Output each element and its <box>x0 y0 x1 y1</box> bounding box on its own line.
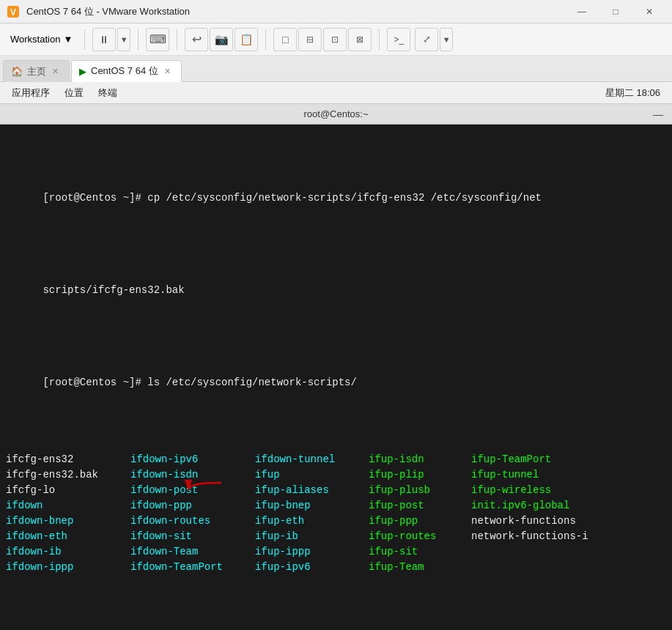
snapshot-controls: ↩ 📷 📋 <box>185 28 258 51</box>
terminal-file-row-3: ifcfg-lo ifdown-post ifup-aliases ifup-p… <box>6 483 666 498</box>
fullscreen-icon: ⊡ <box>331 34 339 45</box>
tab-centos[interactable]: ▶ CentOS 7 64 位 ✕ <box>71 60 182 82</box>
vm-menubar: 应用程序 位置 终端 星期二 18:06 <box>0 82 672 104</box>
window-controls: — □ ✕ <box>565 1 666 23</box>
terminal-file-row-7: ifdown-ib ifdown-Team ifup-ippp ifup-sit <box>6 544 666 560</box>
vm-menu-apps[interactable]: 应用程序 <box>6 84 56 103</box>
expand-controls: ⤢ ▼ <box>415 28 453 51</box>
terminal-prompt-line: [root@Centos ~]# S█ <box>6 621 666 630</box>
terminal-body[interactable]: [root@Centos ~]# cp /etc/sysconfig/netwo… <box>0 125 672 630</box>
terminal-titlebar: root@Centos:~ — <box>0 104 672 125</box>
home-icon: 🏠 <box>11 66 23 77</box>
vm-menu-terminal[interactable]: 终端 <box>92 84 123 103</box>
vm-menu-places[interactable]: 位置 <box>59 84 89 103</box>
console-view-button[interactable]: >_ <box>387 28 410 51</box>
tab-centos-close[interactable]: ✕ <box>163 65 172 78</box>
camera-icon: 📷 <box>215 33 229 46</box>
terminal-line-1: [root@Centos ~]# cp /etc/sysconfig/netwo… <box>6 175 666 221</box>
keyboard-icon: ⌨ <box>149 32 166 46</box>
terminal-file-row-6: ifdown-eth ifdown-sit ifup-ib ifup-route… <box>6 529 666 544</box>
tabs-bar: 🏠 主页 ✕ ▶ CentOS 7 64 位 ✕ <box>0 56 672 82</box>
minimize-button[interactable]: — <box>565 1 599 23</box>
terminal-file-row-5: ifdown-bnep ifdown-routes ifup-eth ifup-… <box>6 514 666 529</box>
unity-icon: ⊟ <box>306 34 314 45</box>
workstation-dropdown-icon: ▼ <box>63 34 73 45</box>
window-title: CentOS 7 64 位 - VMware Workstation <box>26 5 559 18</box>
toolbar-separator-5 <box>379 29 380 50</box>
tab-home-label: 主页 <box>27 65 46 78</box>
workstation-menu-button[interactable]: Workstation ▼ <box>6 31 77 48</box>
maximize-button[interactable]: □ <box>599 1 632 23</box>
terminal-file-row-2: ifcfg-ens32.bak ifdown-isdn ifup ifup-pl… <box>6 467 666 483</box>
vm-menu-left: 应用程序 位置 终端 <box>6 84 123 103</box>
terminal-file-row-1: ifcfg-ens32 ifdown-ipv6 ifdown-tunnel if… <box>6 452 666 467</box>
titlebar: V CentOS 7 64 位 - VMware Workstation — □… <box>0 0 672 23</box>
tab-centos-label: CentOS 7 64 位 <box>91 64 158 78</box>
terminal-minimize-button[interactable]: — <box>653 108 663 120</box>
revert-snapshot-button[interactable]: ↩ <box>185 28 208 51</box>
workstation-label: Workstation <box>10 34 60 45</box>
svg-text:V: V <box>10 7 16 18</box>
pause-button[interactable]: ⏸ <box>92 28 116 51</box>
toolbar-separator-2 <box>138 29 139 50</box>
vm-play-icon: ▶ <box>79 66 86 77</box>
terminal-title: root@Centos:~ <box>304 108 369 119</box>
close-button[interactable]: ✕ <box>632 1 666 23</box>
take-snapshot-button[interactable]: 📷 <box>210 28 233 51</box>
revert-icon: ↩ <box>192 32 202 46</box>
resize-icon: ⊠ <box>356 34 363 45</box>
toolbar-separator-1 <box>84 29 85 50</box>
toolbar-separator-4 <box>265 29 266 50</box>
expand-button[interactable]: ⤢ <box>415 28 438 51</box>
console-icon: >_ <box>394 34 404 45</box>
vm-content: 应用程序 位置 终端 星期二 18:06 root@Centos:~ — [ro… <box>0 82 672 630</box>
snapshot-list-icon: 📋 <box>240 33 254 46</box>
playback-controls: ⏸ ▼ <box>92 28 130 51</box>
window-icon: □ <box>282 34 288 45</box>
expand-icon: ⤢ <box>423 34 431 45</box>
expand-dropdown-button[interactable]: ▼ <box>440 28 453 51</box>
fullscreen-button[interactable]: ⊡ <box>323 28 347 51</box>
pause-icon: ⏸ <box>99 34 109 45</box>
guest-resize-button[interactable]: ⊠ <box>348 28 372 51</box>
terminal-file-row-8: ifdown-ippp ifdown-TeamPort ifup-ipv6 if… <box>6 560 666 575</box>
toolbar-separator-3 <box>177 29 177 50</box>
terminal-files: ifcfg-ens32 ifdown-ipv6 ifdown-tunnel if… <box>6 452 666 575</box>
vmware-logo-icon: V <box>6 4 21 19</box>
terminal-line-2: scripts/ifcfg-ens32.bak <box>6 267 666 314</box>
normal-view-button[interactable]: □ <box>273 28 297 51</box>
tab-home[interactable]: 🏠 主页 ✕ <box>3 60 70 82</box>
snapshot-manager-button[interactable]: 📋 <box>235 28 258 51</box>
pause-dropdown-button[interactable]: ▼ <box>117 28 130 51</box>
tab-home-close[interactable]: ✕ <box>51 65 60 78</box>
unity-view-button[interactable]: ⊟ <box>298 28 322 51</box>
toolbar: Workstation ▼ ⏸ ▼ ⌨ ↩ 📷 📋 □ ⊟ ⊡ <box>0 23 672 56</box>
vm-datetime: 星期二 18:06 <box>605 86 666 100</box>
terminal-line-3: [root@Centos ~]# ls /etc/sysconfig/netwo… <box>6 360 666 406</box>
send-ctrlaltdel-button[interactable]: ⌨ <box>146 28 169 51</box>
terminal-file-row-4: ifdown ifdown-ppp ifup-bnep ifup-post in… <box>6 498 666 514</box>
view-controls: □ ⊟ ⊡ ⊠ <box>273 28 372 51</box>
